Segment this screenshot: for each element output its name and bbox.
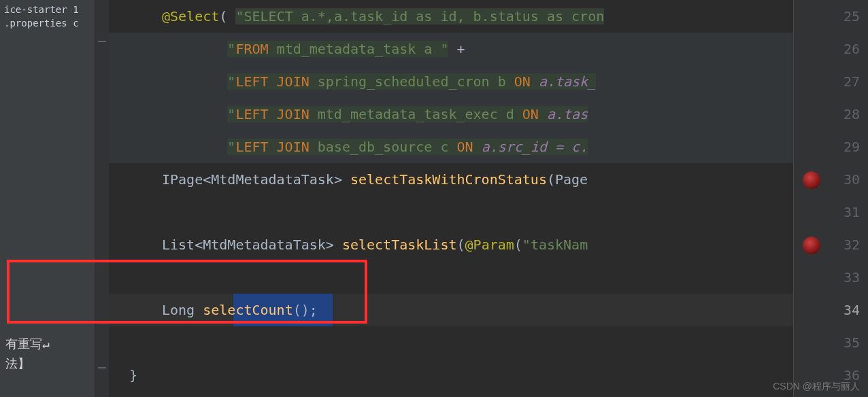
code-line-31[interactable] (109, 196, 793, 228)
code-line-27[interactable]: "LEFT JOIN spring_scheduled_cron b ON a.… (109, 65, 793, 98)
fold-marker[interactable] (98, 367, 106, 368)
line-num-active: 34 (794, 294, 868, 326)
code-line-33[interactable] (109, 261, 793, 294)
line-num: 33 (794, 261, 868, 294)
line-num: 35 (794, 326, 868, 359)
code-line-36[interactable]: } (109, 359, 793, 392)
bottom-line-2: 法】 (5, 354, 50, 374)
bottom-line-1: 有重写↵ (5, 334, 50, 354)
line-num: 25 (794, 0, 868, 33)
code-editor[interactable]: @Select( "SELECT a.*,a.task_id as id, b.… (95, 0, 868, 397)
watermark-text: CSDN @程序与丽人 (773, 381, 860, 393)
code-line-34[interactable]: Long selectCount(); (109, 294, 793, 326)
line-number-gutter: 25 26 27 28 29 30 31 32 33 34 35 36 (793, 0, 868, 397)
code-line-32[interactable]: List<MtdMetadataTask> selectTaskList(@Pa… (109, 228, 793, 261)
gutter-badge-icon[interactable] (803, 171, 820, 189)
line-num: 31 (794, 196, 868, 228)
fold-marker[interactable] (98, 41, 106, 42)
gutter-left (95, 0, 109, 397)
code-area[interactable]: @Select( "SELECT a.*,a.task_id as id, b.… (109, 0, 793, 397)
sidebar-file-1[interactable]: ice-starter 1 (0, 3, 95, 16)
code-line-26[interactable]: "FROM mtd_metadata_task a " + (109, 33, 793, 65)
line-num: 28 (794, 98, 868, 131)
line-num: 26 (794, 33, 868, 65)
code-line-28[interactable]: "LEFT JOIN mtd_metadata_task_exec d ON a… (109, 98, 793, 131)
code-line-30[interactable]: IPage<MtdMetadataTask> selectTaskWithCro… (109, 163, 793, 196)
gutter-badge-icon[interactable] (803, 237, 820, 254)
code-line-29[interactable]: "LEFT JOIN base_db_source c ON a.src_id … (109, 131, 793, 163)
code-line-35[interactable] (109, 326, 793, 359)
sidebar-bottom-text: 有重写↵ 法】 (0, 332, 55, 377)
line-num: 29 (794, 131, 868, 163)
code-line-25[interactable]: @Select( "SELECT a.*,a.task_id as id, b.… (109, 0, 793, 33)
line-num: 27 (794, 65, 868, 98)
sidebar-file-2[interactable]: .properties c (0, 16, 95, 30)
